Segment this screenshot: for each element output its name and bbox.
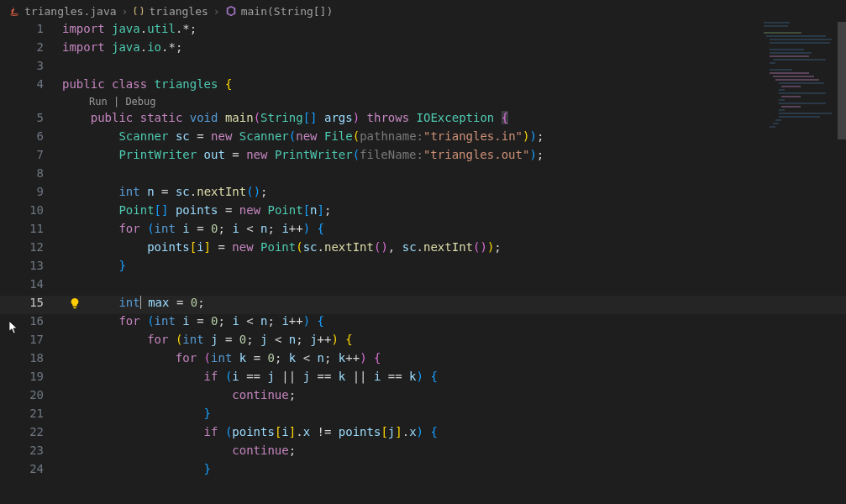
line-number[interactable]: 10 [0, 203, 62, 222]
line-number[interactable]: 13 [0, 259, 62, 277]
breadcrumb-file-label: triangles.java [24, 5, 117, 18]
code-line[interactable]: for (int j = 0; j < n; j++) { [62, 333, 846, 351]
line-number[interactable]: 6 [0, 129, 62, 148]
line-number[interactable]: 5 [0, 111, 62, 129]
code-line[interactable]: PrintWriter out = new PrintWriter(fileNa… [62, 148, 846, 166]
breadcrumb-class[interactable]: triangles [133, 5, 208, 18]
line-number[interactable]: 1 [0, 22, 62, 40]
line-number[interactable]: 18 [0, 351, 62, 370]
code-line[interactable]: if (points[i].x != points[j].x) { [62, 425, 846, 444]
codelens[interactable]: Run | Debug [62, 96, 156, 111]
code-line[interactable]: import java.io.*; [62, 40, 846, 59]
line-number[interactable]: 20 [0, 388, 62, 407]
method-icon [225, 5, 237, 17]
code-line[interactable]: int max = 0; [62, 296, 846, 314]
code-line[interactable]: int n = sc.nextInt(); [62, 185, 846, 203]
code-line[interactable]: points[i] = new Point(sc.nextInt(), sc.n… [62, 240, 846, 259]
code-line[interactable]: Point[] points = new Point[n]; [62, 203, 846, 222]
chevron-right-icon: › [213, 5, 220, 18]
svg-rect-1 [73, 307, 76, 308]
breadcrumb-method[interactable]: main(String[]) [225, 5, 334, 18]
line-number[interactable]: 17 [0, 333, 62, 351]
line-number[interactable]: 9 [0, 185, 62, 203]
breadcrumb-file[interactable]: triangles.java [8, 5, 117, 18]
chevron-right-icon: › [122, 5, 129, 18]
code-line[interactable]: Scanner sc = new Scanner(new File(pathna… [62, 129, 846, 148]
vertical-scrollbar[interactable] [838, 22, 846, 504]
code-line[interactable]: continue; [62, 444, 846, 462]
line-number[interactable]: 14 [0, 277, 62, 296]
line-number[interactable]: 23 [0, 444, 62, 462]
code-line[interactable]: for (int i = 0; i < n; i++) { [62, 314, 846, 333]
code-line[interactable]: public class triangles { [62, 77, 846, 96]
code-line[interactable]: } [62, 259, 846, 277]
breadcrumb-method-label: main(String[]) [241, 5, 334, 18]
line-number[interactable]: 19 [0, 370, 62, 388]
code-line[interactable] [62, 277, 846, 296]
svg-point-0 [11, 13, 18, 15]
java-file-icon [8, 5, 20, 17]
code-line[interactable] [62, 166, 846, 185]
code-line[interactable] [62, 59, 846, 77]
code-line[interactable]: continue; [62, 388, 846, 407]
line-number[interactable]: 7 [0, 148, 62, 166]
line-number[interactable]: 24 [0, 462, 62, 480]
code-line[interactable]: for (int k = 0; k < n; k++) { [62, 351, 846, 370]
codelens-run[interactable]: Run [89, 96, 108, 108]
line-number[interactable]: 3 [0, 59, 62, 77]
breadcrumb[interactable]: triangles.java › triangles › main(String… [0, 0, 846, 22]
line-number[interactable]: 16 [0, 314, 62, 333]
breadcrumb-class-label: triangles [149, 5, 208, 18]
line-number[interactable]: 8 [0, 166, 62, 185]
line-number[interactable]: 12 [0, 240, 62, 259]
line-number[interactable]: 2 [0, 40, 62, 59]
line-number[interactable]: 11 [0, 222, 62, 240]
code-line[interactable]: public static void main(String[] args) t… [62, 111, 846, 129]
line-number[interactable]: 4 [0, 77, 62, 96]
lightbulb-icon[interactable] [69, 297, 81, 312]
code-line[interactable]: if (i == j || j == k || i == k) { [62, 370, 846, 388]
class-icon [133, 5, 145, 17]
scrollbar-thumb[interactable] [838, 22, 846, 139]
codelens-debug[interactable]: Debug [125, 96, 155, 108]
code-line[interactable]: } [62, 462, 846, 480]
code-line[interactable]: for (int i = 0; i < n; i++) { [62, 222, 846, 240]
code-line[interactable]: } [62, 407, 846, 425]
line-number[interactable]: 15 [0, 296, 62, 314]
code-line[interactable]: import java.util.*; [62, 22, 846, 40]
code-area[interactable]: 1import java.util.*; 2import java.io.*; … [0, 22, 846, 504]
line-number[interactable]: 22 [0, 425, 62, 444]
editor[interactable]: 1import java.util.*; 2import java.io.*; … [0, 22, 846, 504]
line-number[interactable]: 21 [0, 407, 62, 425]
